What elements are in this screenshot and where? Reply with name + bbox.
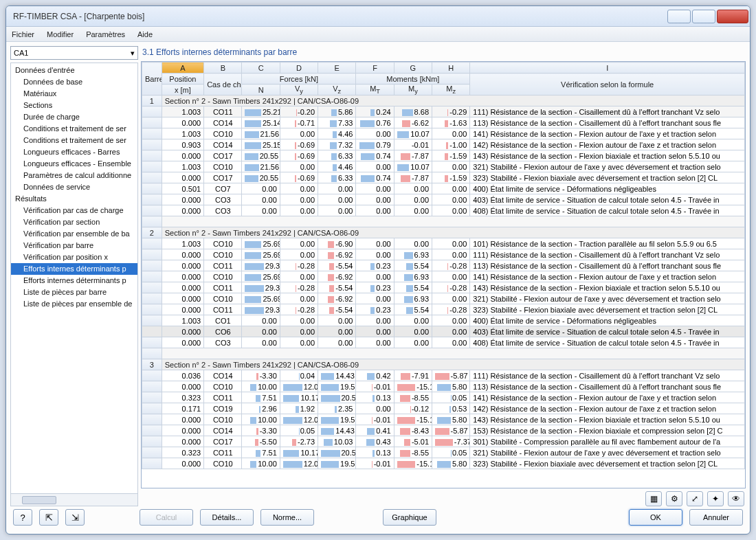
tree-item[interactable]: Sections [11, 100, 137, 111]
tree-item[interactable]: Paramètres de calcul additionne [11, 170, 137, 181]
tree-item[interactable]: Longueurs efficaces - Barres [11, 146, 137, 158]
table-row[interactable]: 0.323 CO11 7.5110.1720.57 0.13-8.550.05 … [142, 447, 745, 458]
tree-item[interactable]: Vérification par section [11, 216, 137, 228]
help-button[interactable]: ? [13, 509, 32, 526]
table-row[interactable]: 0.000 CO11 29.33-0.28-5.54 0.235.54-0.28… [142, 260, 745, 271]
tree-group: Résultats [11, 193, 137, 205]
table-row[interactable]: 0.000 CO11 29.33-0.28-5.54 0.235.54-0.28… [142, 304, 745, 315]
tree-item[interactable]: Données de base [11, 76, 137, 88]
maximize-button[interactable] [692, 10, 715, 23]
tree-item[interactable]: Efforts internes déterminants p [11, 275, 137, 286]
toolbar-icon-1[interactable]: ▦ [645, 491, 662, 506]
export-button[interactable]: ⇲ [65, 509, 85, 526]
table-row[interactable]: 0.501 CO7 0.000.000.00 0.000.000.00 400)… [142, 183, 745, 194]
menu-aide[interactable]: Aide [137, 30, 153, 38]
table-row[interactable]: 0.000 CO14 -3.300.0514.43 0.41-8.43-5.87… [142, 425, 745, 436]
tree-item[interactable]: Durée de charge [11, 111, 137, 123]
tree-item[interactable]: Liste de pièces par barre [11, 286, 137, 298]
tree-item[interactable]: Vérification par cas de charge [11, 205, 137, 216]
table-row[interactable]: 1.003 CO10 25.690.00-6.90 0.000.000.00 1… [142, 238, 745, 249]
close-button[interactable] [717, 10, 748, 23]
tree-hscroll[interactable] [10, 494, 138, 506]
tree-item[interactable]: Conditions et traitement de ser [11, 135, 137, 146]
table-row[interactable]: 0.000 CO10 10.0012.0019.50 -0.01-15.165.… [142, 381, 745, 392]
results-grid[interactable]: Barre n°ABCDEFGHIPositionCas de chargeFo… [141, 61, 746, 488]
menu-modifier[interactable]: Modifier [47, 30, 74, 38]
app-window: RF-TIMBER CSA - [Charpente bois] Fichier… [5, 5, 751, 535]
table-row[interactable]: 1.003 CO11 25.21-0.205.86 0.248.68-0.29 … [142, 106, 745, 117]
menu-fichier[interactable]: Fichier [12, 30, 34, 38]
nav-tree[interactable]: Données d'entréeDonnées de baseMatériaux… [10, 63, 138, 494]
tree-item[interactable]: Matériaux [11, 88, 137, 100]
tree-item[interactable]: Conditions et traitement de ser [11, 123, 137, 135]
table-row[interactable]: 0.000 CO17 -5.50-2.7310.03 0.43-5.01-7.3… [142, 436, 745, 447]
table-row[interactable]: 0.000 CO3 0.000.000.00 0.000.000.00 408)… [142, 337, 745, 348]
case-selector[interactable]: CA1 ▾ [10, 46, 138, 60]
table-row[interactable]: 0.000 CO17 20.55-0.696.33 0.74-7.87-1.59… [142, 172, 745, 183]
table-row[interactable]: 1.003 CO1 0.000.000.00 0.000.000.00 400)… [142, 315, 745, 326]
table-row[interactable]: 0.000 CO11 29.33-0.28-5.54 0.235.54-0.28… [142, 282, 745, 293]
tree-item[interactable]: Longueurs efficaces - Ensemble [11, 158, 137, 170]
table-row[interactable]: 0.323 CO11 7.5110.1720.57 0.13-8.550.05 … [142, 392, 745, 403]
tree-item[interactable]: Données de service [11, 181, 137, 193]
table-row[interactable]: 0.000 CO17 20.55-0.696.33 0.74-7.87-1.59… [142, 150, 745, 161]
table-row[interactable]: 0.903 CO14 25.15-0.697.32 0.79-0.01-1.00… [142, 139, 745, 150]
table-row[interactable]: 1.003 CO10 21.560.004.46 0.0010.070.00 3… [142, 161, 745, 172]
table-row[interactable]: 0.000 CO10 25.690.00-6.92 0.006.930.00 1… [142, 271, 745, 282]
toolbar-icon-4[interactable]: ✦ [707, 491, 724, 506]
table-row[interactable]: 0.000 CO3 0.000.000.00 0.000.000.00 408)… [142, 205, 745, 216]
table-row[interactable]: 0.000 CO14 25.14-0.717.33 0.76-6.62-1.63… [142, 117, 745, 128]
window-title: RF-TIMBER CSA - [Charpente bois] [13, 12, 666, 21]
footer: ? ⇱ ⇲ Calcul Détails... Norme... Graphiq… [6, 506, 750, 534]
table-row[interactable]: 0.000 CO10 10.0012.0019.50 -0.01-15.165.… [142, 414, 745, 425]
norme-button[interactable]: Norme... [260, 509, 314, 526]
table-row[interactable]: 0.000 CO3 0.000.000.00 0.000.000.00 403)… [142, 194, 745, 205]
menu-parametres[interactable]: Paramètres [86, 30, 125, 38]
table-row[interactable]: 1.003 CO10 21.560.004.46 0.0010.070.00 1… [142, 128, 745, 139]
menubar: Fichier Modifier Paramètres Aide [6, 27, 750, 42]
toolbar-icon-2[interactable]: ⚙ [666, 491, 682, 506]
table-row[interactable]: 0.000 CO6 0.000.000.00 0.000.000.00 403)… [142, 326, 745, 337]
tree-group: Données d'entrée [11, 65, 137, 76]
table-row[interactable]: 0.036 CO14 -3.300.0414.43 0.42-7.91-5.87… [142, 370, 745, 381]
table-row[interactable]: 0.000 CO10 25.690.00-6.92 0.006.930.00 1… [142, 249, 745, 260]
tree-item[interactable]: Vérification par position x [11, 251, 137, 263]
table-row[interactable]: 0.000 CO10 25.690.00-6.92 0.006.930.00 3… [142, 293, 745, 304]
chevron-down-icon: ▾ [131, 49, 135, 58]
calc-button[interactable]: Calcul [140, 509, 193, 526]
pane-title: 3.1 Efforts internes déterminants par ba… [141, 46, 746, 61]
grid-toolbar: ▦ ⚙ ⤢ ✦ 👁 [141, 488, 746, 506]
graphique-button[interactable]: Graphique [383, 509, 436, 526]
table-row[interactable]: 0.000 CO10 10.0012.0019.50 -0.01-15.165.… [142, 458, 745, 469]
details-button[interactable]: Détails... [200, 509, 254, 526]
minimize-button[interactable] [667, 10, 691, 23]
toolbar-icon-3[interactable]: ⤢ [687, 491, 703, 506]
tree-item[interactable]: Vérification par barre [11, 240, 137, 251]
titlebar[interactable]: RF-TIMBER CSA - [Charpente bois] [6, 6, 750, 27]
table-row[interactable]: 0.171 CO19 2.961.922.35 0.00-0.120.53 14… [142, 403, 745, 414]
toolbar-icon-5[interactable]: 👁 [728, 491, 744, 506]
tree-item[interactable]: Vérification par ensemble de ba [11, 228, 137, 240]
import-button[interactable]: ⇱ [39, 509, 58, 526]
cancel-button[interactable]: Annuler [689, 509, 743, 526]
case-selector-value: CA1 [14, 49, 28, 57]
ok-button[interactable]: OK [629, 509, 682, 526]
tree-item[interactable]: Efforts internes déterminants p [11, 263, 137, 275]
tree-item[interactable]: Liste de pièces par ensemble de [11, 298, 137, 310]
